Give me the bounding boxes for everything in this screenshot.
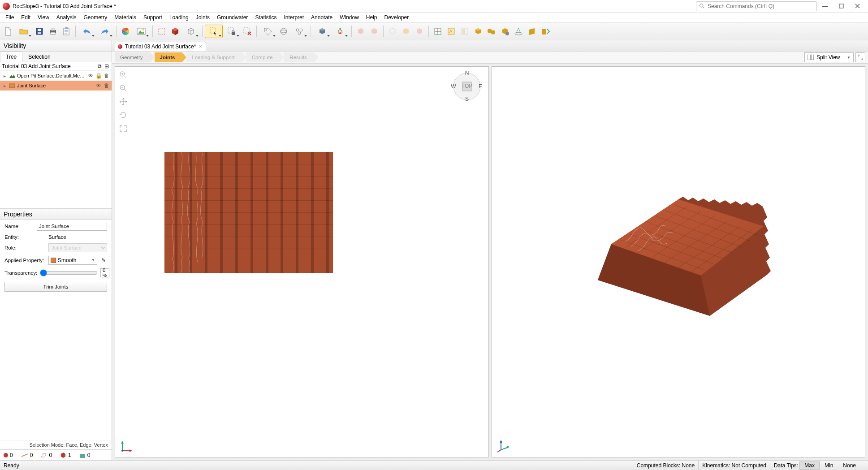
trim-joints-button[interactable]: Trim Joints [4,282,107,292]
menu-support[interactable]: Support [140,13,166,22]
view-mode-select[interactable]: Split View ▼ [804,52,854,62]
workflow-geometry[interactable]: Geometry [115,52,150,62]
workflow-joints[interactable]: Joints [155,52,182,62]
workflow-results[interactable]: Results [284,52,314,62]
rotate-icon[interactable] [119,111,128,120]
panel-button[interactable] [458,25,471,38]
tab-selection[interactable]: Selection [22,52,56,62]
tree-item-joint-surface[interactable]: ▸ Joint Surface 👁 🗑 [0,81,112,91]
menu-annotate[interactable]: Annotate [307,13,336,22]
cube-multi-button[interactable] [314,25,331,38]
zoom-out-icon[interactable] [119,84,128,93]
ghost-cube-button[interactable] [386,25,399,38]
open-file-button[interactable] [15,25,32,38]
print-button[interactable] [47,25,59,38]
red-cube-2-button[interactable] [368,25,380,38]
viewport-top[interactable]: TOP N S E W [115,66,489,457]
grid-arrow-button[interactable] [445,25,458,38]
expand-view-button[interactable] [855,52,865,62]
face-icon [41,453,47,458]
svg-line-83 [497,450,501,452]
delete-icon[interactable]: 🗑 [104,73,110,79]
projection-button[interactable] [512,25,525,38]
search-input[interactable] [708,3,814,9]
visibility-toggle-icon[interactable]: 👁 [87,73,94,79]
transparency-slider[interactable] [40,269,98,276]
search-icon [699,3,705,9]
menu-geometry[interactable]: Geometry [80,13,111,22]
fit-icon[interactable] [119,124,128,133]
visibility-toggle-icon[interactable]: 👁 [95,82,102,89]
gold-block-1-button[interactable] [472,25,484,38]
tag-button[interactable] [259,25,276,38]
grid-red-button[interactable] [432,25,444,38]
box-select-button[interactable] [155,25,168,38]
pan-icon[interactable] [119,97,128,106]
undo-button[interactable] [78,25,95,38]
delete-icon[interactable]: 🗑 [104,82,110,89]
lock-icon[interactable]: 🔒 [95,73,102,79]
svg-point-65 [121,450,123,452]
datatips-min-button[interactable]: Min [820,461,838,470]
menu-file[interactable]: File [2,13,17,22]
gold-block-2-button[interactable] [485,25,498,38]
menu-materials[interactable]: Materials [111,13,140,22]
zoom-in-icon[interactable] [119,70,128,79]
sphere-button[interactable] [277,25,290,38]
export-button[interactable] [539,25,552,38]
menu-joints[interactable]: Joints [192,13,213,22]
search-commands[interactable] [696,1,817,11]
cube-button[interactable] [169,25,181,38]
orange-cube-button[interactable] [400,25,412,38]
role-select[interactable]: Joint Surface [48,243,107,252]
workflow-compute[interactable]: Compute [246,52,280,62]
document-tab[interactable]: Tutorial 03 Add Joint Surface* × [115,42,206,51]
window-title: RocSlope3 - Tutorial 03 Add Joint Surfac… [13,3,116,9]
menu-statistics[interactable]: Statistics [251,13,280,22]
restore-icon[interactable]: ⧉ [96,63,103,69]
edit-icon[interactable]: ✎ [100,257,107,263]
menu-interpret[interactable]: Interpret [280,13,307,22]
color-wheel-button[interactable] [119,25,132,38]
applied-property-select[interactable]: Smooth ▼ [48,256,97,265]
wireframe-cube-button[interactable] [182,25,199,38]
tree-item-open-pit[interactable]: ▸ Open Pit Surface.Default.Mesh_ext. 👁 🔒… [0,71,112,81]
menu-window[interactable]: Window [336,13,363,22]
close-button[interactable] [849,0,865,13]
close-tab-icon[interactable]: × [199,44,202,49]
tab-tree[interactable]: Tree [0,52,22,62]
workflow-loading-support[interactable]: Loading & Support [186,52,242,62]
datatips-none-button[interactable]: None [838,461,861,470]
gold-block-3-button[interactable] [499,25,511,38]
visibility-tree[interactable]: Tutorial 03 Add Joint Surface ⧉ ⊟ ▸ Open… [0,62,112,209]
menu-view[interactable]: View [34,13,53,22]
clipboard-button[interactable] [60,25,73,38]
menu-developer[interactable]: Developer [381,13,413,22]
redo-button[interactable] [96,25,113,38]
new-file-button[interactable] [2,25,14,38]
red-cube-1-button[interactable] [354,25,367,38]
viewport-perspective[interactable] [492,66,866,457]
datatips-max-button[interactable]: Max [799,461,820,470]
lock-select-button[interactable] [223,25,240,38]
save-button[interactable] [33,25,46,38]
menu-help[interactable]: Help [363,13,381,22]
expand-arrow-icon[interactable]: ▸ [4,83,7,88]
pink-cube-button[interactable] [413,25,426,38]
view-compass[interactable]: TOP N S E W [451,70,483,103]
name-field[interactable] [37,222,107,231]
minimize-button[interactable]: — [817,0,833,13]
collapse-icon[interactable]: ⊟ [104,63,110,69]
pointer-select-button[interactable] [205,25,222,38]
extrude-button[interactable] [332,25,349,38]
image-button[interactable] [133,25,150,38]
expand-arrow-icon[interactable]: ▸ [4,73,7,78]
menu-edit[interactable]: Edit [17,13,34,22]
gold-panel-button[interactable] [526,25,538,38]
menu-loading[interactable]: Loading [166,13,192,22]
menu-analysis[interactable]: Analysis [53,13,80,22]
menu-groundwater[interactable]: Groundwater [213,13,251,22]
clear-select-button[interactable] [241,25,254,38]
cluster-button[interactable] [291,25,308,38]
maximize-button[interactable] [833,0,849,13]
